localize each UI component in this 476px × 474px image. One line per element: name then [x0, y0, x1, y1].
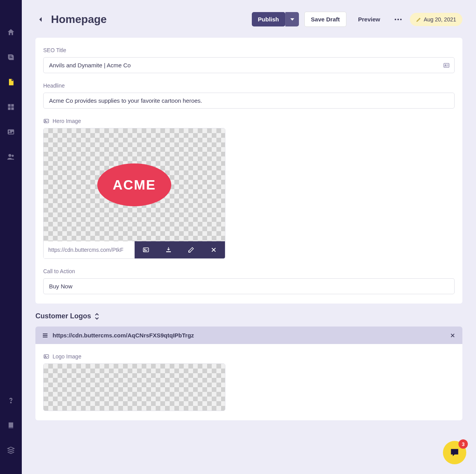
svg-rect-9	[9, 427, 13, 428]
preview-button[interactable]: Preview	[352, 12, 386, 26]
hero-image-label: Hero Image	[43, 118, 455, 124]
date-text: Aug 20, 2021	[424, 16, 456, 23]
hero-edit-button[interactable]	[180, 241, 202, 258]
image-icon	[43, 118, 49, 124]
sidebar-item-media[interactable]	[4, 125, 18, 139]
id-card-icon	[443, 62, 450, 69]
seo-title-field: SEO Title	[43, 47, 455, 73]
svg-rect-13	[444, 63, 449, 67]
pencil-icon	[416, 17, 422, 22]
svg-point-8	[11, 402, 11, 403]
hero-remove-button[interactable]	[202, 241, 225, 258]
chat-badge: 3	[458, 439, 468, 449]
hero-url-input[interactable]	[44, 241, 135, 258]
cta-field: Call to Action	[43, 268, 455, 294]
seo-title-input[interactable]	[43, 57, 455, 73]
publish-button[interactable]: Publish	[252, 12, 285, 26]
customer-logos-header: Customer Logos	[35, 312, 462, 320]
publish-button-group: Publish	[252, 12, 299, 26]
page-title: Homepage	[51, 13, 107, 26]
headline-input[interactable]	[43, 93, 455, 109]
logo-image-field: Logo Image	[43, 353, 455, 411]
customer-logos-title: Customer Logos	[35, 312, 91, 320]
sidebar-item-docs[interactable]	[4, 418, 18, 432]
top-bar: Homepage Publish Save Draft Preview Aug …	[35, 12, 462, 27]
left-sidebar	[0, 0, 22, 474]
svg-point-11	[397, 19, 399, 20]
logo-image-preview	[44, 364, 225, 411]
main-content: Homepage Publish Save Draft Preview Aug …	[22, 0, 476, 432]
svg-rect-1	[11, 104, 14, 107]
svg-point-16	[45, 120, 46, 121]
repeater-item-remove[interactable]	[450, 333, 455, 338]
sidebar-item-home[interactable]	[4, 25, 18, 39]
svg-rect-2	[8, 107, 11, 110]
svg-point-7	[12, 155, 14, 157]
svg-rect-3	[11, 107, 14, 110]
repeater-item-header[interactable]: https://cdn.buttercms.com/AqCNrsFXS9qtqI…	[35, 327, 462, 344]
hero-image-field: Hero Image ACME	[43, 118, 455, 259]
more-button[interactable]	[392, 15, 404, 24]
fields-card: SEO Title Headline Hero Image ACME	[35, 38, 462, 304]
repeater-item-body: Logo Image	[35, 344, 462, 420]
sidebar-item-collections[interactable]	[4, 100, 18, 114]
hero-replace-button[interactable]	[135, 241, 157, 258]
svg-point-10	[395, 19, 396, 20]
repeater-item-url: https://cdn.buttercms.com/AqCNrsFXS9qtqI…	[53, 332, 194, 339]
date-badge: Aug 20, 2021	[410, 13, 462, 26]
hero-image-box: ACME	[43, 128, 225, 259]
chat-widget[interactable]: 3	[443, 441, 466, 464]
acme-logo: ACME	[97, 163, 171, 206]
svg-point-18	[144, 249, 145, 249]
svg-point-6	[9, 154, 11, 157]
svg-rect-0	[8, 104, 11, 107]
hero-download-button[interactable]	[157, 241, 180, 258]
publish-dropdown[interactable]	[285, 12, 299, 26]
headline-label: Headline	[43, 83, 455, 89]
save-draft-button[interactable]: Save Draft	[304, 12, 346, 27]
hero-image-preview: ACME	[44, 128, 225, 241]
seo-title-label: SEO Title	[43, 47, 455, 53]
sidebar-item-stack[interactable]	[4, 443, 18, 457]
logo-image-box	[43, 363, 225, 411]
sidebar-item-users[interactable]	[4, 150, 18, 164]
cta-input[interactable]	[43, 278, 455, 294]
svg-point-20	[45, 356, 46, 356]
reorder-icon[interactable]	[94, 313, 100, 320]
svg-point-14	[445, 64, 446, 65]
sidebar-item-blog[interactable]	[4, 50, 18, 64]
drag-handle-icon[interactable]	[42, 333, 48, 338]
svg-point-12	[400, 19, 402, 20]
svg-point-5	[9, 130, 11, 132]
customer-logos-card: https://cdn.buttercms.com/AqCNrsFXS9qtqI…	[35, 327, 462, 420]
headline-field: Headline	[43, 83, 455, 109]
cta-label: Call to Action	[43, 268, 455, 274]
sidebar-item-pages[interactable]	[4, 75, 18, 89]
hero-toolbar	[44, 241, 225, 258]
logo-image-label: Logo Image	[43, 353, 455, 360]
back-button[interactable]	[35, 15, 46, 24]
image-icon	[43, 353, 49, 360]
sidebar-item-help[interactable]	[4, 393, 18, 407]
